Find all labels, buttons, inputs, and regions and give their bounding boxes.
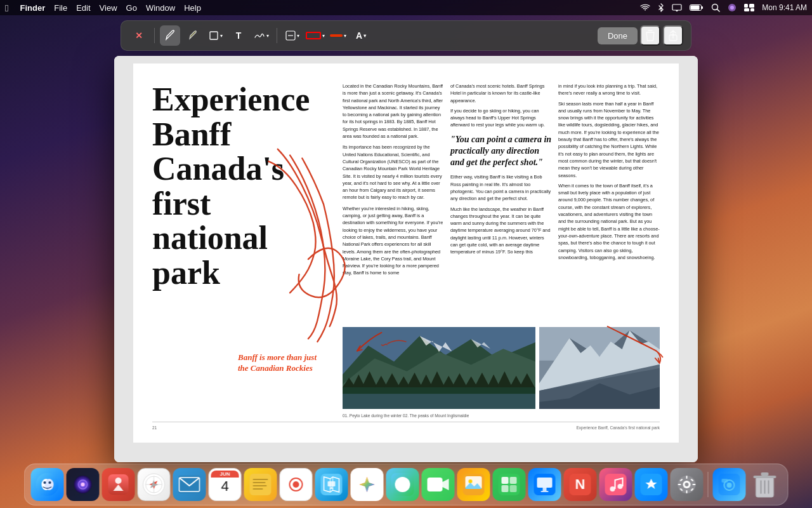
menu-edit[interactable]: Edit [76, 3, 90, 13]
menu-go[interactable]: Go [126, 3, 137, 13]
siri-icon[interactable] [728, 3, 737, 12]
dock-notes[interactable] [244, 468, 277, 501]
svg-point-83 [395, 477, 410, 492]
svg-point-103 [618, 484, 623, 489]
svg-rect-94 [510, 485, 517, 492]
svg-rect-2 [702, 6, 704, 9]
spotlight-icon[interactable] [711, 3, 720, 12]
annotation-label: Banff is more than just the Canadian Roc… [238, 352, 320, 374]
dock-photos-2[interactable] [457, 468, 490, 501]
svg-point-107 [685, 483, 689, 486]
dock-separator [708, 472, 709, 497]
svg-point-72 [293, 481, 299, 488]
svg-rect-0 [672, 4, 681, 10]
svg-rect-92 [510, 477, 517, 484]
text-tool-button[interactable]: T [228, 25, 249, 46]
svg-rect-10 [744, 8, 749, 11]
dock-mail[interactable] [173, 468, 206, 501]
svg-point-50 [44, 481, 46, 484]
text-column-1: Located in the Canadian Rocky Mountains,… [343, 83, 444, 322]
svg-rect-63 [179, 476, 200, 493]
menu-window[interactable]: Window [146, 3, 175, 13]
highlighter-tool-button[interactable] [183, 25, 203, 46]
delete-button[interactable] [640, 25, 660, 46]
text-column-3: in mind if you look into planning a trip… [558, 83, 660, 322]
svg-rect-110 [678, 484, 681, 485]
photo-secondary-image [539, 327, 660, 409]
markup-toolbar: ✕ ▾ T ▾ ▾ [121, 20, 691, 51]
dock-launchpad[interactable] [102, 468, 135, 501]
document-window: Experience Banff Canada's first national… [114, 56, 698, 462]
page-footer: 21 Experience Banff, Canada's first nati… [152, 422, 660, 430]
dock-news[interactable]: N [564, 468, 597, 501]
dock-safari[interactable] [138, 468, 171, 501]
signature-tool-button[interactable]: ▾ [251, 25, 272, 46]
dock-messages[interactable] [386, 468, 419, 501]
apple-menu[interactable]:  [5, 3, 8, 13]
svg-rect-108 [686, 476, 688, 479]
menu-finder[interactable]: Finder [20, 3, 45, 13]
font-tool-button[interactable]: A ▾ [351, 25, 371, 46]
svg-rect-91 [502, 477, 509, 484]
photo-caption: 01. Peyto Lake during the winter 02. The… [343, 413, 660, 419]
photo-main [343, 327, 535, 409]
clock: Mon 9:41 AM [762, 3, 807, 12]
photo-secondary [539, 327, 660, 409]
svg-line-5 [717, 10, 720, 12]
svg-rect-84 [428, 478, 443, 491]
menu-file[interactable]: File [54, 3, 67, 13]
svg-rect-67 [253, 482, 266, 483]
dock-finder[interactable] [31, 468, 64, 501]
dock-reminders[interactable] [280, 468, 313, 501]
dock-appstore[interactable] [635, 468, 668, 501]
border-style-button[interactable]: ▾ [305, 25, 325, 46]
dock-keynote[interactable] [528, 468, 561, 501]
pullquote: "You can point a camera in practically a… [450, 134, 552, 169]
dock-numbers[interactable] [493, 468, 526, 501]
page-headline: Experience Banff Canada's first national… [152, 83, 330, 291]
svg-rect-109 [686, 490, 688, 493]
control-center-icon[interactable] [744, 4, 754, 11]
dock-camera-app[interactable] [713, 468, 746, 501]
svg-rect-8 [744, 4, 748, 8]
dock-photos[interactable] [351, 468, 384, 501]
svg-rect-111 [693, 484, 696, 485]
svg-rect-3 [691, 6, 700, 10]
svg-rect-77 [328, 481, 336, 486]
dock-music[interactable] [599, 468, 632, 501]
svg-rect-9 [749, 4, 754, 8]
menu-help[interactable]: Help [184, 3, 201, 13]
text-column-2: of Canada's most scenic hotels. Banff Sp… [450, 83, 552, 322]
screen-mirroring-icon[interactable] [672, 4, 682, 11]
dock-facetime[interactable] [422, 468, 455, 501]
svg-rect-98 [541, 491, 549, 492]
svg-rect-121 [754, 476, 776, 478]
svg-rect-69 [253, 488, 263, 490]
pen-tool-button[interactable] [160, 25, 180, 46]
stroke-color-button[interactable]: ▾ [328, 25, 348, 46]
dock-siri[interactable] [67, 468, 100, 501]
battery-icon[interactable] [690, 4, 704, 11]
dock-calendar[interactable]: JUN 4 [209, 468, 242, 501]
svg-point-7 [730, 6, 734, 10]
share-button[interactable] [663, 25, 683, 46]
shapes-tool-button[interactable]: ▾ [206, 25, 226, 46]
bluetooth-icon[interactable] [658, 3, 664, 12]
close-button[interactable]: ✕ [129, 25, 149, 46]
wifi-icon[interactable] [640, 4, 650, 11]
dock-trash[interactable] [749, 468, 782, 501]
svg-point-54 [81, 483, 85, 486]
svg-rect-119 [722, 479, 728, 483]
footer-text: Experience Banff, Canada's first nationa… [576, 425, 660, 430]
menu-view[interactable]: View [100, 3, 117, 13]
document-inner[interactable]: Experience Banff Canada's first national… [114, 56, 698, 462]
svg-text:N: N [575, 476, 586, 492]
svg-rect-12 [210, 32, 218, 39]
adjust-tool-button[interactable]: ▾ [282, 25, 303, 46]
svg-marker-85 [443, 479, 449, 490]
dock-maps[interactable] [315, 468, 348, 501]
document-page: Experience Banff Canada's first national… [133, 64, 679, 443]
done-button[interactable]: Done [598, 27, 638, 44]
dock-system-prefs[interactable] [671, 468, 704, 501]
page-number: 21 [152, 425, 157, 430]
